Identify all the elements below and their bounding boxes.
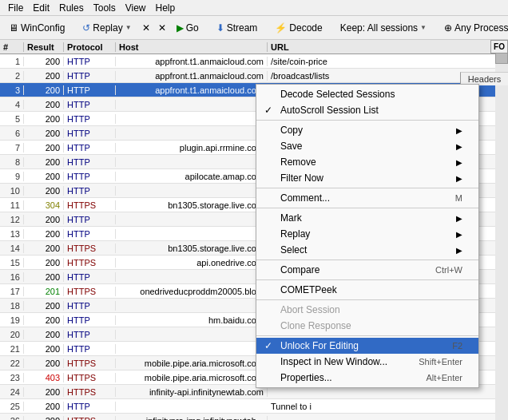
submenu-arrow-icon: ▶: [456, 142, 462, 151]
keep-label: Keep: All sessions: [340, 22, 418, 34]
menu-edit[interactable]: Edit: [28, 1, 54, 15]
cell-protocol: HTTPS: [64, 359, 116, 368]
menu-view[interactable]: View: [121, 1, 151, 15]
cell-result: 200: [24, 229, 64, 239]
cell-num: 5: [0, 114, 24, 124]
table-row[interactable]: 2 200 HTTP appfront.t1.anmaicloud.com /b…: [0, 69, 495, 83]
cell-result: 200: [24, 71, 64, 81]
cell-result: 200: [24, 215, 64, 224]
process-label: Any Process: [454, 22, 508, 34]
fo-button[interactable]: FO: [490, 40, 508, 53]
menu-help[interactable]: Help: [151, 1, 181, 15]
context-menu-item[interactable]: Select▶: [256, 242, 478, 258]
context-menu-item[interactable]: Copy▶: [256, 122, 478, 138]
shortcut-label: M: [455, 193, 462, 203]
toolbar: 🖥 WinConfig ↺ Replay ▼ ✕ ✕ ▶ Go ⬇ Stream…: [0, 16, 508, 40]
keep-dropdown-icon: ▼: [420, 24, 427, 31]
menu-file[interactable]: File: [3, 1, 28, 15]
cell-protocol: HTTP: [64, 301, 116, 311]
menu-item-label: AutoScroll Session List: [280, 105, 462, 116]
context-menu-item[interactable]: Filter Now▶: [256, 170, 478, 186]
cell-num: 18: [0, 301, 24, 311]
cell-num: 13: [0, 229, 24, 239]
cell-num: 26: [0, 416, 24, 421]
process-icon: ⊕: [444, 22, 452, 34]
context-menu-item[interactable]: Decode Selected Sessions: [256, 86, 478, 102]
cell-protocol: HTTP: [64, 330, 116, 339]
cell-num: 17: [0, 287, 24, 296]
context-menu-item[interactable]: ✓AutoScroll Session List: [256, 102, 478, 118]
context-menu-item[interactable]: Properties...Alt+Enter: [256, 370, 478, 386]
context-menu-item[interactable]: Comment...M: [256, 190, 478, 206]
cell-num: 8: [0, 157, 24, 167]
cell-host: appfront.t1.anmaicloud.com: [116, 71, 268, 81]
cell-result: 200: [24, 157, 64, 167]
cell-url: Tunnel to i: [268, 402, 495, 411]
context-menu-item[interactable]: Remove▶: [256, 154, 478, 170]
context-menu-item[interactable]: CompareCtrl+W: [256, 262, 478, 278]
cell-num: 10: [0, 186, 24, 196]
context-menu-item[interactable]: COMETPeek: [256, 282, 478, 298]
cell-protocol: HTTPS: [64, 258, 116, 267]
menu-item-label: Compare: [280, 264, 419, 275]
cell-host: appfront.t1.anmaicloud.com: [116, 57, 268, 66]
context-menu-item[interactable]: Inspect in New Window...Shift+Enter: [256, 354, 478, 370]
menu-rules[interactable]: Rules: [54, 1, 89, 15]
cell-num: 4: [0, 100, 24, 109]
cell-num: 9: [0, 172, 24, 181]
table-row[interactable]: 26 200 HTTPS infinitypro-img.infinitynew…: [0, 414, 495, 420]
scrollbar[interactable]: [495, 40, 508, 420]
cell-num: 20: [0, 330, 24, 339]
cell-num: 19: [0, 315, 24, 325]
table-row[interactable]: 25 200 HTTP Tunnel to i: [0, 399, 495, 414]
cell-protocol: HTTP: [64, 229, 116, 239]
cell-num: 21: [0, 344, 24, 354]
menu-tools[interactable]: Tools: [89, 1, 121, 15]
replay-icon: ↺: [82, 22, 90, 34]
cell-protocol: HTTP: [64, 85, 116, 95]
cell-num: 3: [0, 85, 24, 95]
go-button[interactable]: ▶ Go: [171, 20, 204, 36]
cell-result: 200: [24, 315, 64, 325]
table-row[interactable]: 1 200 HTTP appfront.t1.anmaicloud.com /s…: [0, 54, 495, 69]
cell-host: hm.baidu.com: [116, 315, 268, 325]
cell-result: 403: [24, 373, 64, 382]
cell-result: 200: [24, 129, 64, 138]
winconfig-button[interactable]: 🖥 WinConfig: [3, 20, 70, 36]
cell-protocol: HTTP: [64, 272, 116, 282]
cell-protocol: HTTPS: [64, 387, 116, 397]
submenu-arrow-icon: ▶: [456, 230, 462, 239]
context-menu-item[interactable]: ✓Unlock For EditingF2: [256, 338, 478, 354]
decode-label: Decode: [289, 22, 322, 34]
cell-protocol: HTTP: [64, 114, 116, 124]
column-headers: # Result Protocol Host URL: [0, 40, 495, 54]
cell-result: 200: [24, 172, 64, 181]
cell-result: 200: [24, 258, 64, 267]
context-menu-item[interactable]: Replay▶: [256, 226, 478, 242]
cell-result: 201: [24, 287, 64, 296]
menu-separator: [256, 188, 478, 188]
menu-item-label: Remove: [280, 157, 456, 168]
cell-url: /site/coin-price: [268, 57, 495, 66]
menu-separator: [256, 208, 478, 208]
decode-button[interactable]: ⚡ Decode: [269, 20, 327, 36]
context-menu-item[interactable]: Mark▶: [256, 210, 478, 226]
cell-protocol: HTTP: [64, 186, 116, 196]
cell-protocol: HTTPS: [64, 373, 116, 382]
x-button[interactable]: ✕: [139, 20, 153, 36]
submenu-arrow-icon: ▶: [456, 126, 462, 135]
context-menu-item: Clone Response: [256, 318, 478, 334]
replay-dropdown-icon: ▼: [125, 24, 132, 31]
winconfig-icon: 🖥: [9, 22, 18, 34]
replay-button[interactable]: ↺ Replay ▼: [77, 20, 137, 36]
cell-protocol: HTTP: [64, 129, 116, 138]
x2-button[interactable]: ✕: [155, 20, 169, 36]
keep-button[interactable]: Keep: All sessions ▼: [335, 20, 432, 36]
cell-result: 200: [24, 402, 64, 411]
col-header-url: URL: [268, 42, 495, 52]
context-menu-item[interactable]: Save▶: [256, 138, 478, 154]
process-button[interactable]: ⊕ Any Process ▼: [439, 20, 508, 36]
stream-button[interactable]: ⬇ Stream: [211, 20, 264, 36]
context-menu: Decode Selected Sessions✓AutoScroll Sess…: [256, 84, 479, 388]
menu-item-label: Mark: [280, 212, 456, 224]
